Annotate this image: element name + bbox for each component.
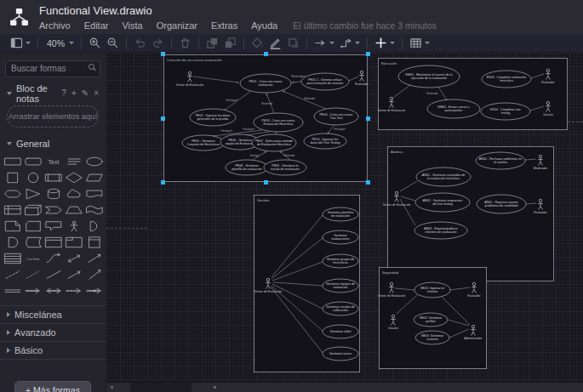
help-icon[interactable]: ? xyxy=(61,88,66,98)
selection-handle[interactable] xyxy=(366,116,370,121)
usecase-node[interactable]: PE07 - Seleccionar métodode Evaluación H… xyxy=(252,134,296,151)
shape-parallelogram[interactable] xyxy=(84,170,105,186)
shape-dashed-line[interactable] xyxy=(3,267,23,283)
usecase-node[interactable]: PE01.1 - Generar enlacepara invitación d… xyxy=(301,73,349,90)
zoom-level-button[interactable]: 40% xyxy=(43,36,77,51)
page-tab[interactable] xyxy=(130,383,191,392)
shape-cloud[interactable] xyxy=(64,186,84,202)
shape-actor[interactable] xyxy=(64,219,84,235)
shape-card[interactable] xyxy=(23,219,43,235)
diagram-panel-seguridad[interactable]: SeguridadSE01: Ingresar alsistemaSE02: G… xyxy=(379,267,487,369)
zoom-out-button[interactable] xyxy=(104,36,122,51)
redo-button[interactable] xyxy=(149,36,167,51)
shape-directional-arrow[interactable] xyxy=(64,267,84,283)
canvas[interactable]: Creación de una nueva evaluación«Extiend… xyxy=(106,53,583,382)
diagram-panel-ejecucion[interactable]: EjecuciónExtiendeEM01 - Monitorear el av… xyxy=(378,58,568,130)
waypoints-button[interactable] xyxy=(337,36,363,51)
shape-dashed-arrow-link[interactable] xyxy=(64,283,84,299)
shape-callout[interactable] xyxy=(43,219,64,235)
scratchpad-dropzone[interactable]: Arrastrar elementos aquí xyxy=(7,105,99,128)
fill-color-button[interactable] xyxy=(249,36,266,51)
shape-document[interactable] xyxy=(84,186,105,202)
diagram-panel-gestion[interactable]: GestiónGestionar plantillasde evaluación… xyxy=(254,195,360,372)
shape-dot-link[interactable] xyxy=(84,283,105,299)
shape-hexagon[interactable] xyxy=(3,186,23,202)
shape-textbox[interactable] xyxy=(64,154,84,170)
shape-double-arrow-link[interactable] xyxy=(43,283,64,299)
usecase-node[interactable]: PE09 - Gestionar laescala de evaluación xyxy=(264,160,306,175)
menu-archivo[interactable]: Archivo xyxy=(39,20,71,31)
shape-directional-arrow-2[interactable] xyxy=(84,267,105,283)
add-icon[interactable]: + xyxy=(71,88,77,98)
diagram-panel-analisis[interactable]: AnálisisAN01 - Gestionar resultados dela… xyxy=(387,146,554,281)
menu-editar[interactable]: Editar xyxy=(84,20,109,31)
selection-handle[interactable] xyxy=(264,52,268,56)
scratchpad-header[interactable]: Bloc de notas ?+✎× xyxy=(7,88,99,99)
usecase-node[interactable]: PE03 - Crear una nuevaEvaluación Heuríst… xyxy=(254,113,303,132)
selection-handle[interactable] xyxy=(264,180,268,185)
usecase-node[interactable]: AN01 - Gestionar resultados dela evaluac… xyxy=(416,168,471,186)
shape-and[interactable] xyxy=(3,235,23,251)
usecase-node[interactable]: AN02 - Gestionar respuestasdel tree test… xyxy=(415,193,470,212)
shape-list-item[interactable]: List Item xyxy=(23,251,43,267)
selection-handle[interactable] xyxy=(161,180,165,185)
usecase-node[interactable]: SE02: Gestionarperfiles xyxy=(414,313,448,327)
shape-triangle[interactable] xyxy=(23,186,43,202)
usecase-node[interactable]: PE04 - Crear una nuevaTree Test xyxy=(314,108,358,125)
menu-extras[interactable]: Extras xyxy=(211,20,237,31)
undo-button[interactable] xyxy=(131,36,149,51)
menu-organizar[interactable]: Organizar xyxy=(157,20,197,31)
section-básico[interactable]: Básico xyxy=(0,342,106,360)
usecase-node[interactable]: Gestionar equipos deevaluación xyxy=(323,279,358,293)
shape-dotted-line[interactable] xyxy=(23,267,43,283)
shape-rectangle[interactable] xyxy=(3,154,23,170)
usecase-node[interactable]: ES04 - Completar treetesting xyxy=(481,103,530,120)
shape-process[interactable] xyxy=(43,170,64,186)
usecase-node[interactable]: Gestionar árbol xyxy=(323,325,358,338)
shape-cube[interactable] xyxy=(23,202,43,219)
shape-ellipse[interactable] xyxy=(84,154,105,170)
selection-handle[interactable] xyxy=(161,116,165,121)
shape-cylinder[interactable] xyxy=(43,186,64,202)
usecase-node[interactable]: Gestionar tareas xyxy=(323,347,358,361)
usecase-node[interactable]: SE03: Gestionarusuarios xyxy=(415,331,449,344)
shape-container[interactable] xyxy=(43,235,64,251)
pages-menu-icon[interactable] xyxy=(111,386,113,389)
diagram-panel-creacion[interactable]: Creación de una nueva evaluación«Extiend… xyxy=(163,54,368,182)
shape-data-storage[interactable] xyxy=(23,235,43,251)
shape-curve[interactable] xyxy=(43,251,64,267)
section-avanzado[interactable]: Avanzado xyxy=(0,324,106,342)
shape-frame[interactable] xyxy=(64,235,84,251)
usecase-node[interactable]: PE08 - Gestionarplantilla de evaluación xyxy=(226,160,268,175)
more-shapes-button[interactable]: + Más formas xyxy=(14,381,91,392)
shape-vertical-container[interactable] xyxy=(84,235,105,251)
usecase-node[interactable]: Gestionarevaluaciones xyxy=(323,230,358,244)
usecase-node[interactable]: AN03 - Exportar/publicarinformes de eval… xyxy=(414,222,467,239)
usecase-node[interactable]: Gestionar grupos deheurísticas xyxy=(323,254,358,268)
shape-step[interactable] xyxy=(43,202,64,219)
usecase-node[interactable]: EM01 - Monitorear el avance de laejecuci… xyxy=(398,65,460,88)
usecase-node[interactable]: AN04 - Rechazar problemas enel sistema xyxy=(476,152,525,169)
menu-vista[interactable]: Vista xyxy=(122,20,142,31)
diagram-outline-button[interactable] xyxy=(8,36,33,51)
zoom-in-button[interactable] xyxy=(86,36,104,51)
selection-handle[interactable] xyxy=(366,180,370,185)
shape-diamond[interactable] xyxy=(64,170,84,186)
shape-trapezoid[interactable] xyxy=(64,202,84,219)
shape-rounded-rectangle[interactable] xyxy=(23,154,43,170)
search-input[interactable] xyxy=(5,60,100,77)
selection-handle[interactable] xyxy=(161,52,165,56)
shape-arrow-link[interactable] xyxy=(23,283,43,299)
add-page-icon[interactable] xyxy=(214,386,216,389)
table-button[interactable] xyxy=(407,36,432,51)
shape-internal-storage[interactable] xyxy=(3,202,23,219)
usecase-node[interactable]: ES03 - Completar evaluaciónheurística xyxy=(482,71,531,88)
insert-button[interactable] xyxy=(372,36,397,51)
shape-arrow[interactable] xyxy=(84,251,105,267)
line-color-button[interactable] xyxy=(266,36,284,51)
shape-list[interactable] xyxy=(3,251,23,267)
usecase-node[interactable]: Gestionar escalas decalificación xyxy=(323,302,358,315)
usecase-node[interactable]: PE02 - Ingresar los datosgenerales de la… xyxy=(190,109,236,126)
close-icon[interactable]: × xyxy=(94,88,99,98)
connection-button[interactable] xyxy=(312,36,337,51)
